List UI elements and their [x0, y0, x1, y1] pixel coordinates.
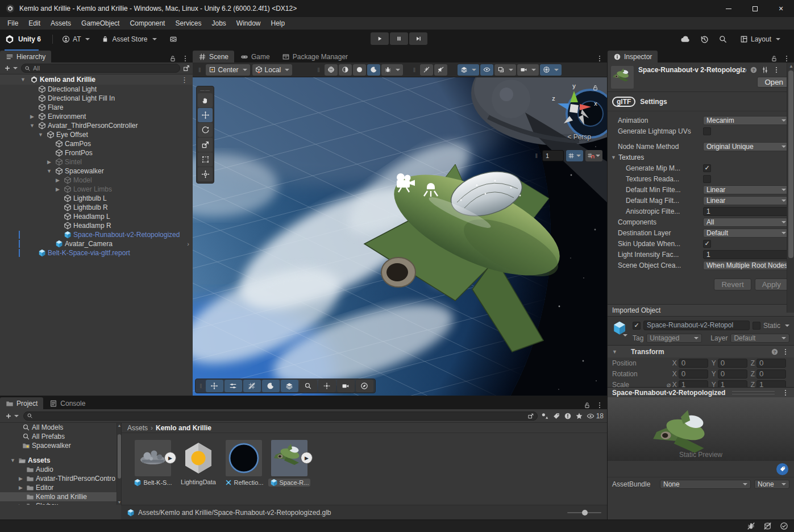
static-checkbox[interactable]: [753, 322, 760, 330]
search-icon[interactable]: [718, 35, 728, 44]
foldout-arrow[interactable]: ▶: [17, 485, 24, 491]
tab-scene[interactable]: Scene: [193, 51, 234, 63]
scale-tool-button[interactable]: [198, 138, 213, 152]
help-icon[interactable]: ?: [771, 348, 779, 356]
hierarchy-item-lightbulb-r[interactable]: Lightbulb R: [0, 203, 193, 212]
overlay-grid-off-button[interactable]: [243, 380, 261, 392]
hierarchy-item-directional-light[interactable]: Directional Light: [0, 85, 193, 94]
asset-store-dropdown[interactable]: Asset Store: [98, 34, 160, 45]
thumbnail-size-slider[interactable]: [567, 512, 601, 513]
setting-textures-reada-checkbox[interactable]: [703, 175, 711, 183]
project-folder-editor[interactable]: ▶Editor: [0, 483, 117, 492]
progress-check-icon[interactable]: [780, 522, 788, 530]
lock-icon[interactable]: [169, 55, 177, 63]
apply-button[interactable]: Apply: [755, 279, 788, 290]
help-icon[interactable]: ?: [750, 66, 758, 74]
setting-generate-mip-m-checkbox[interactable]: ✓: [703, 164, 711, 172]
prefab-chevron-icon[interactable]: ›: [187, 240, 189, 247]
scene-toolbar-stack-button[interactable]: [494, 64, 516, 76]
transform-scale-y-field[interactable]: [718, 380, 747, 388]
asset-thumbnail[interactable]: ▶: [271, 440, 307, 476]
scene-kebab-icon[interactable]: ⋮: [181, 76, 193, 84]
foldout-arrow[interactable]: ▶: [45, 159, 53, 165]
kebab-menu-icon[interactable]: [781, 389, 789, 397]
rect-tool-button[interactable]: [198, 152, 213, 167]
multi-tool-button[interactable]: [198, 167, 213, 181]
project-folder-avatar-thirdpersoncontro[interactable]: ▶Avatar-ThirdPersonContro: [0, 474, 117, 483]
assetbundle-dropdown[interactable]: None: [660, 480, 751, 489]
overlay-videocam-button[interactable]: [337, 380, 355, 392]
foldout-arrow[interactable]: ▶: [28, 114, 36, 119]
transform-component-header[interactable]: ▼ Transform ?: [608, 345, 794, 358]
hierarchy-item-lower-limbs[interactable]: ▶Lower Limbs: [0, 185, 193, 194]
project-search-input[interactable]: [35, 413, 525, 419]
project-folder-all-models[interactable]: All Models: [0, 423, 117, 432]
scene-toolbar-audio-off-button[interactable]: [434, 64, 447, 76]
hierarchy-item-flare[interactable]: Flare: [0, 103, 193, 112]
scene-header-row[interactable]: ▼ Kemlo and Krillie ⋮: [0, 74, 193, 85]
transform-scale-z-field[interactable]: [756, 380, 786, 388]
transform-position-z-field[interactable]: [756, 359, 786, 368]
pause-button[interactable]: [390, 32, 408, 45]
hierarchy-item-avatar-thirdpersoncontroller[interactable]: ▼Avatar_ThirdPersonController: [0, 121, 193, 130]
transform-rotation-y-field[interactable]: [718, 369, 747, 379]
debugger-muted-icon[interactable]: [747, 522, 755, 530]
hierarchy-item-lightbulb-l[interactable]: Lightbulb L: [0, 194, 193, 203]
project-folder-audio[interactable]: Audio: [0, 465, 117, 474]
overlay-drag-handle[interactable]: ‖: [535, 152, 538, 159]
cache-server-icon[interactable]: [763, 522, 772, 530]
project-folder-skybox[interactable]: ▶Skybox: [0, 501, 117, 505]
foldout-arrow[interactable]: ▼: [9, 458, 16, 463]
lock-icon[interactable]: [583, 401, 591, 409]
foldout-arrow[interactable]: ▼: [36, 132, 45, 138]
tab-package-manager[interactable]: Package Manager: [276, 51, 354, 63]
setting-light-intensity-fac-field[interactable]: [703, 250, 794, 259]
scene-toolbar-sphere-solid-button[interactable]: [353, 64, 366, 76]
close-button[interactable]: ×: [768, 0, 794, 17]
transform-position-y-field[interactable]: [718, 359, 747, 368]
play-preview-button[interactable]: ▶: [164, 452, 176, 464]
project-folder-spacewalker[interactable]: Spacewalker: [0, 441, 117, 450]
breadcrumb-root[interactable]: Assets: [127, 424, 148, 432]
menu-component[interactable]: Component: [124, 17, 170, 30]
light-gizmo-icon[interactable]: [422, 181, 439, 200]
filter-by-label-icon[interactable]: [552, 412, 560, 420]
foldout-arrow[interactable]: ▼: [45, 168, 53, 174]
asset-reflectio[interactable]: Reflectio...: [222, 440, 266, 487]
menu-file[interactable]: File: [2, 17, 23, 30]
project-tree-scrollbar[interactable]: ▲ ▼: [117, 423, 121, 505]
gameobject-name-field[interactable]: Space-Runabout-v2-Retopol: [643, 321, 750, 330]
tab-inspector[interactable]: Inspector: [608, 51, 658, 63]
maximize-button[interactable]: [742, 0, 768, 17]
scene-viewport[interactable]: —— ‖ y x z: [193, 77, 607, 396]
overlay-move-button[interactable]: [206, 380, 223, 392]
play-button[interactable]: [371, 32, 389, 45]
setting-default-min-filte-dropdown[interactable]: Linear: [703, 185, 789, 194]
menu-assets[interactable]: Assets: [45, 17, 76, 30]
open-button[interactable]: Open: [757, 77, 791, 88]
tab-game[interactable]: Game: [235, 51, 276, 63]
scene-toolbar-sphere-wire-button[interactable]: [325, 64, 338, 76]
setting-node-name-method-dropdown[interactable]: Original Unique: [703, 142, 789, 151]
setting-skin-update-when-checkbox[interactable]: ✓: [703, 240, 711, 248]
play-preview-button[interactable]: ▶: [301, 452, 313, 464]
hierarchy-item-eye-offset[interactable]: ▼Eye Offset: [0, 130, 193, 139]
foldout-textures[interactable]: ▼Textures: [608, 152, 794, 163]
preview-header[interactable]: Space-Runabout-v2-Retopologized: [608, 387, 794, 397]
project-folder-all-prefabs[interactable]: All Prefabs: [0, 432, 117, 441]
hierarchy-item-space-runabout-v2-retopologized[interactable]: Space-Runabout-v2-Retopologized: [0, 230, 193, 239]
overlay-target-button[interactable]: [318, 380, 336, 392]
camera-gizmo-icon[interactable]: [394, 173, 419, 193]
grid-size-field[interactable]: [542, 150, 564, 161]
asset-labels-button[interactable]: [776, 463, 788, 475]
hierarchy-search[interactable]: [21, 64, 180, 73]
asset-thumbnail[interactable]: ▶: [135, 440, 171, 476]
asset-thumbnail[interactable]: [180, 440, 217, 476]
open-in-new-icon[interactable]: [527, 413, 534, 419]
account-dropdown[interactable]: AT: [59, 34, 93, 45]
menu-services[interactable]: Services: [170, 17, 206, 30]
import-log-icon[interactable]: [564, 412, 572, 420]
scene-toolbar-eye-button[interactable]: [480, 64, 493, 76]
tab-hierarchy[interactable]: Hierarchy: [0, 51, 51, 63]
foldout-arrow[interactable]: ▶: [17, 476, 24, 481]
